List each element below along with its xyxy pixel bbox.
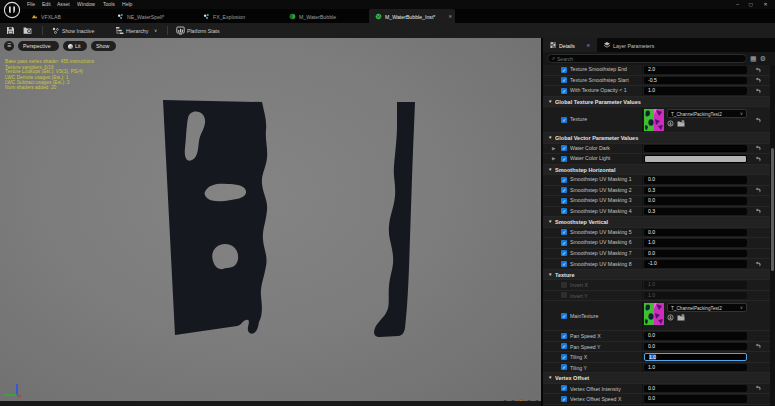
parameter-value-input[interactable]: 0.0 [644,385,747,393]
parameter-checkbox[interactable] [561,282,567,288]
asset-tab-ne_waterspell[interactable]: NE_WaterSpell* [111,9,197,23]
menu-tools[interactable]: Tools [103,0,117,9]
parameter-checkbox[interactable]: ✓ [561,145,567,151]
color-swatch[interactable] [644,145,747,153]
maximize-button[interactable]: ▢ [749,1,754,8]
panel-tab-details[interactable]: Details✕ [543,38,597,52]
menu-edit[interactable]: Edit [42,0,52,9]
toolbar-button-platform-stats[interactable]: Platform Stats [176,26,226,35]
toolbar-button-hierarchy[interactable]: Hierarchy∨ [115,26,158,35]
panel-tab-close-icon[interactable]: ✕ [586,42,590,47]
parameter-value-input[interactable]: 1.0 [644,353,747,361]
reset-to-default-icon[interactable] [755,156,761,162]
category-header[interactable]: ▼Vertex Offset [543,373,770,384]
toolbar-button-browse-icon[interactable] [23,26,32,35]
texture-asset-dropdown[interactable]: T_ChannelPackingTest2∨ [667,303,747,312]
parameter-checkbox[interactable]: ✓ [561,240,567,246]
reset-to-default-icon[interactable] [755,343,761,349]
parameter-value-input[interactable]: 1.0 [644,364,747,372]
reset-to-default-icon[interactable] [755,261,761,267]
reset-to-default-icon[interactable] [755,88,761,94]
asset-tab-vfxlab[interactable]: VFXLAB [25,9,111,23]
texture-asset-dropdown[interactable]: T_ChannelPackingTest2∨ [667,109,747,118]
color-swatch[interactable] [644,155,747,163]
parameter-value-input[interactable]: 1.0 [644,87,747,95]
expander-icon[interactable]: ▶ [552,146,555,151]
parameter-checkbox[interactable]: ✓ [561,67,567,73]
parameter-checkbox[interactable]: ✓ [561,333,567,339]
parameter-checkbox[interactable]: ✓ [561,229,567,235]
parameter-checkbox[interactable]: ✓ [561,396,567,402]
menu-window[interactable]: Window [77,0,98,9]
parameter-value-input[interactable]: 0.0 [644,343,747,351]
toolbar-button-save-icon[interactable] [6,26,15,35]
parameter-value-input[interactable]: 0.3 [644,187,747,195]
parameter-value-input[interactable]: -0.5 [644,77,747,85]
viewport-menu-button[interactable]: ☰ [4,41,14,51]
browse-to-asset-icon[interactable] [677,314,685,321]
parameter-value-input[interactable]: 0.0 [644,197,747,205]
menu-file[interactable]: File [27,0,37,9]
parameter-value-input[interactable]: 1.0 [644,281,747,289]
parameter-checkbox[interactable]: ✓ [561,77,567,83]
parameter-checkbox[interactable]: ✓ [561,261,567,267]
parameter-checkbox[interactable]: ✓ [561,177,567,183]
parameter-checkbox[interactable]: ✓ [561,343,567,349]
parameter-checkbox[interactable]: ✓ [561,187,567,193]
menu-asset[interactable]: Asset [57,0,72,9]
close-button[interactable]: ✕ [763,1,767,8]
asset-tab-m_waterbubble[interactable]: M_WaterBubble [283,9,369,23]
viewport-lit-button[interactable]: Lit [63,41,86,51]
parameter-checkbox[interactable]: ✓ [561,156,567,162]
parameter-checkbox[interactable]: ✓ [561,364,567,370]
reset-to-default-icon[interactable] [755,77,761,83]
parameter-checkbox[interactable]: ✓ [561,354,567,360]
use-selected-icon[interactable] [667,120,674,127]
parameter-value-input[interactable]: 1.0 [644,292,747,300]
tab-close-icon[interactable]: ✕ [448,13,452,18]
parameter-checkbox[interactable]: ✓ [561,117,567,123]
parameter-value-input[interactable]: 0.3 [644,208,747,216]
parameter-checkbox[interactable]: ✓ [561,250,567,256]
parameter-checkbox[interactable] [561,292,567,298]
parameter-value-input[interactable]: -1.0 [644,260,747,268]
reset-to-default-icon[interactable] [755,145,761,151]
settings-gear-icon[interactable]: ⚙ [760,54,766,63]
reset-to-default-icon[interactable] [755,67,761,73]
parameter-checkbox[interactable]: ✓ [561,385,567,391]
reset-to-default-icon[interactable] [755,208,761,214]
category-header[interactable]: ▼Smoothstep Horizontal [543,165,770,176]
use-selected-icon[interactable] [667,314,674,321]
parameter-value-input[interactable]: 0.0 [644,176,747,184]
material-preview-viewport[interactable]: ☰ PerspectiveLitShow Base pass vertex sh… [0,38,541,406]
menu-help[interactable]: Help [122,0,134,9]
search-input[interactable]: ⌕ Search [547,54,747,63]
reset-to-default-icon[interactable] [755,117,761,123]
parameter-checkbox[interactable]: ✓ [561,313,567,319]
parameter-value-input[interactable]: 0.0 [644,395,747,403]
details-scrollbar[interactable] [770,65,775,406]
category-header[interactable]: ▼Global Vector Parameter Values [543,133,770,144]
parameter-value-input[interactable]: 0.0 [644,229,747,237]
parameter-value-input[interactable]: 2.0 [644,66,747,74]
panel-tab-layer-parameters[interactable]: Layer Parameters [597,38,668,52]
expander-icon[interactable]: ▶ [552,156,555,161]
reset-to-default-icon[interactable] [755,385,761,391]
texture-thumbnail[interactable] [644,109,664,131]
asset-tab-m_waterbubble_inst[interactable]: M_WaterBubble_Inst*✕ [369,9,455,23]
parameter-value-input[interactable]: 0.0 [644,250,747,258]
category-header[interactable]: ▼Smoothstep Vertical [543,217,770,228]
texture-thumbnail[interactable] [644,303,664,325]
parameter-checkbox[interactable]: ✓ [561,208,567,214]
parameter-checkbox[interactable]: ✓ [561,88,567,94]
minimize-button[interactable]: – [736,1,739,8]
category-header[interactable]: ▼Global Texture Parameter Values [543,97,770,108]
display-filter-icon[interactable]: ▦ [750,54,757,63]
browse-to-asset-icon[interactable] [677,120,685,127]
viewport-show-button[interactable]: Show [91,41,116,51]
viewport-perspective-button[interactable]: Perspective [18,41,59,51]
parameter-value-input[interactable]: 0.0 [644,332,747,340]
category-header[interactable]: ▼Texture [543,270,770,281]
parameter-value-input[interactable]: 1.0 [644,239,747,247]
asset-tab-fx_explosion[interactable]: FX_Explosion [197,9,283,23]
